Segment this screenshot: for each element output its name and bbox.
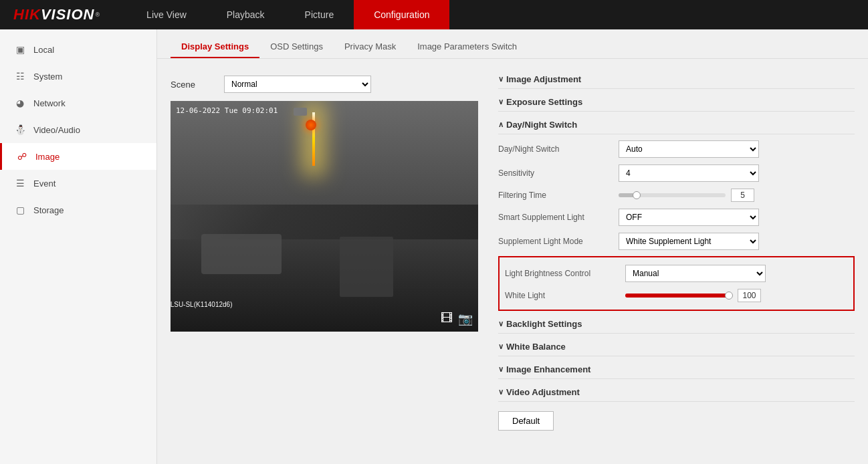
- supplement-light-mode-select[interactable]: White Supplement Light IR Light Mixed: [619, 233, 759, 250]
- white-balance-arrow: ∨: [498, 342, 504, 351]
- white-light-label: White Light: [505, 291, 625, 300]
- video-device-label: DS-2CD2387G2-LSU-SL(K114012d6): [171, 301, 232, 308]
- scene-select[interactable]: Normal Indoor Outdoor Low Light: [224, 76, 371, 93]
- backlight-settings-header[interactable]: ∨ Backlight Settings: [498, 314, 855, 334]
- filtering-time-thumb[interactable]: [633, 191, 641, 199]
- image-icon: ☍: [15, 150, 29, 163]
- filtering-time-track[interactable]: [619, 193, 726, 197]
- sidebar: ▣ Local ☷ System ◕ Network ⛄ Video/Audio…: [0, 29, 157, 464]
- white-light-control: 100: [625, 289, 848, 302]
- sidebar-item-system[interactable]: ☷ System: [0, 63, 156, 90]
- event-icon: ☰: [13, 177, 27, 190]
- smart-supplement-row: Smart Supplement Light OFF ON: [498, 205, 855, 229]
- content-inner: Scene Normal Indoor Outdoor Low Light: [157, 59, 868, 441]
- white-light-row: White Light 100: [505, 285, 848, 306]
- white-balance-header[interactable]: ∨ White Balance: [498, 336, 855, 356]
- content-area: Display Settings OSD Settings Privacy Ma…: [157, 29, 868, 464]
- sensitivity-row: Sensitivity 1234567: [498, 161, 855, 185]
- monitor-icon: ▣: [13, 43, 27, 56]
- exposure-settings-arrow: ∨: [498, 98, 504, 106]
- video-timestamp: 12-06-2022 Tue 09:02:01: [176, 106, 278, 115]
- sidebar-item-event[interactable]: ☰ Event: [0, 170, 156, 197]
- daynight-section: ∧ Day/Night Switch Day/Night Switch Auto…: [498, 114, 855, 311]
- backlight-arrow: ∨: [498, 320, 504, 328]
- tab-osd-settings[interactable]: OSD Settings: [259, 36, 334, 58]
- daynight-label: Day/Night Switch: [506, 120, 577, 130]
- white-balance-label: White Balance: [506, 342, 566, 352]
- right-panel: ∨ Image Adjustment ∨ Exposure Settings ∧…: [498, 69, 855, 431]
- video-controls: 🎞 📷: [441, 312, 473, 326]
- supplement-light-mode-control: White Supplement Light IR Light Mixed: [619, 233, 855, 250]
- video-scene: [171, 101, 478, 332]
- nav-configuration[interactable]: Configuration: [354, 0, 449, 29]
- smart-supplement-control: OFF ON: [619, 209, 855, 226]
- filtering-time-label: Filtering Time: [498, 191, 619, 200]
- daynight-switch-control: Auto Day Night Scheduled: [619, 140, 855, 158]
- image-adjustment-arrow: ∨: [498, 75, 504, 84]
- machine-shape-2: [340, 237, 393, 297]
- record-button[interactable]: 🎞: [441, 312, 453, 326]
- snapshot-button[interactable]: 📷: [458, 312, 473, 326]
- filtering-time-value: 5: [731, 189, 754, 202]
- scene-label: Scene: [171, 80, 211, 90]
- smart-supplement-select[interactable]: OFF ON: [619, 209, 759, 226]
- tab-image-parameters-switch[interactable]: Image Parameters Switch: [407, 36, 528, 58]
- logo-text: HIKVISION: [13, 6, 94, 23]
- sub-tabs: Display Settings OSD Settings Privacy Ma…: [157, 29, 868, 59]
- video-adjustment-label: Video Adjustment: [506, 387, 580, 397]
- sidebar-item-local[interactable]: ▣ Local: [0, 36, 156, 63]
- system-icon: ☷: [13, 70, 27, 83]
- image-enhancement-arrow: ∨: [498, 365, 504, 374]
- light-brightness-row: Light Brightness Control Manual Auto: [505, 261, 848, 285]
- white-light-fill: [625, 294, 729, 298]
- ceiling-bg: [171, 101, 478, 205]
- exposure-settings-header[interactable]: ∨ Exposure Settings: [498, 92, 855, 112]
- nav-items: Live View Playback Picture Configuration: [126, 0, 449, 29]
- video-preview: 12-06-2022 Tue 09:02:01 DS-2CD2387G2-LSU…: [171, 101, 478, 332]
- sensitivity-control: 1234567: [619, 164, 855, 182]
- nav-picture[interactable]: Picture: [285, 0, 354, 29]
- daynight-arrow: ∧: [498, 120, 504, 129]
- tab-display-settings[interactable]: Display Settings: [171, 36, 259, 58]
- nav-playback[interactable]: Playback: [207, 0, 285, 29]
- light-brightness-control: Manual Auto: [625, 265, 848, 282]
- light-brightness-select[interactable]: Manual Auto: [625, 265, 766, 282]
- white-light-track[interactable]: [625, 294, 732, 298]
- video-adjustment-header[interactable]: ∨ Video Adjustment: [498, 382, 855, 402]
- video-adjustment-arrow: ∨: [498, 388, 504, 396]
- filtering-time-slider-container: 5: [619, 189, 855, 202]
- white-light-slider-container: 100: [625, 289, 848, 302]
- network-icon: ◕: [13, 96, 27, 110]
- white-light-thumb[interactable]: [725, 292, 733, 300]
- filtering-time-control: 5: [619, 189, 855, 202]
- supplement-light-mode-label: Supplement Light Mode: [498, 237, 619, 246]
- image-enhancement-label: Image Enhancement: [506, 364, 590, 374]
- top-nav: HIKVISION® Live View Playback Picture Co…: [0, 0, 868, 29]
- tab-privacy-mask[interactable]: Privacy Mask: [334, 36, 407, 58]
- sensitivity-label: Sensitivity: [498, 168, 619, 178]
- logo: HIKVISION®: [13, 6, 100, 23]
- backlight-label: Backlight Settings: [506, 319, 582, 329]
- machine-shape-1: [201, 234, 282, 274]
- image-adjustment-header[interactable]: ∨ Image Adjustment: [498, 69, 855, 89]
- nav-live-view[interactable]: Live View: [126, 0, 207, 29]
- sidebar-item-storage[interactable]: ▢ Storage: [0, 197, 156, 223]
- sidebar-item-network[interactable]: ◕ Network: [0, 90, 156, 116]
- main-layout: ▣ Local ☷ System ◕ Network ⛄ Video/Audio…: [0, 29, 868, 464]
- light-brightness-label: Light Brightness Control: [505, 269, 625, 278]
- default-button[interactable]: Default: [498, 411, 554, 431]
- exposure-settings-label: Exposure Settings: [506, 97, 582, 107]
- white-light-value: 100: [738, 289, 761, 302]
- image-enhancement-header[interactable]: ∨ Image Enhancement: [498, 359, 855, 379]
- left-panel: Scene Normal Indoor Outdoor Low Light: [171, 69, 485, 431]
- sensitivity-select[interactable]: 1234567: [619, 164, 759, 182]
- sidebar-item-image[interactable]: ☍ Image: [0, 143, 156, 170]
- sidebar-item-video-audio[interactable]: ⛄ Video/Audio: [0, 116, 156, 143]
- supplement-light-mode-row: Supplement Light Mode White Supplement L…: [498, 229, 855, 253]
- daynight-switch-header[interactable]: ∧ Day/Night Switch: [498, 114, 855, 134]
- daynight-switch-select[interactable]: Auto Day Night Scheduled: [619, 140, 759, 158]
- video-icon: ⛄: [13, 123, 27, 136]
- decoration-ball: [306, 120, 316, 130]
- daynight-switch-row: Day/Night Switch Auto Day Night Schedule…: [498, 137, 855, 161]
- scene-row: Scene Normal Indoor Outdoor Low Light: [171, 69, 485, 101]
